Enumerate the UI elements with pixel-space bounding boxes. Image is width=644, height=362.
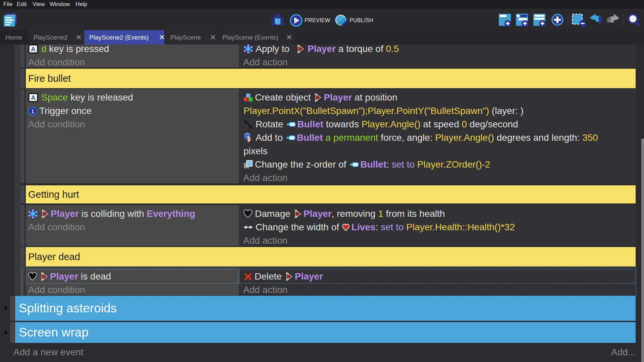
svg-text:A: A bbox=[31, 94, 36, 101]
svg-text:A: A bbox=[31, 46, 36, 53]
svg-text:1: 1 bbox=[31, 108, 34, 115]
